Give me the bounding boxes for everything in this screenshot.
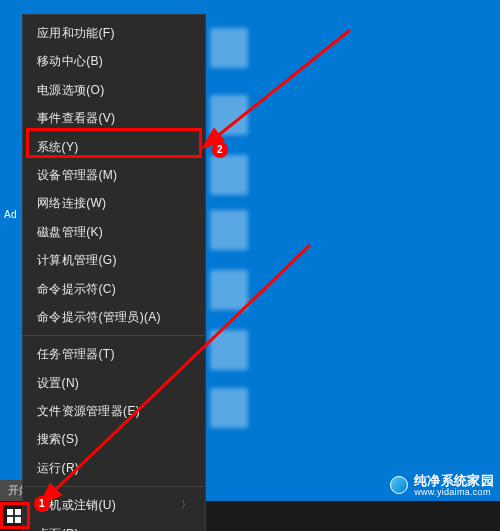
menu-item-command-prompt-admin[interactable]: 命令提示符(管理员)(A) [23, 303, 205, 331]
menu-item-apps-features[interactable]: 应用和功能(F) [23, 19, 205, 47]
menu-item-label: 计算机管理(G) [37, 253, 117, 267]
watermark-title: 纯净系统家园 [414, 474, 494, 488]
desktop-icon[interactable] [210, 330, 248, 370]
chevron-right-icon: 〉 [181, 499, 191, 511]
menu-item-label: 应用和功能(F) [37, 26, 115, 40]
menu-item-system[interactable]: 系统(Y) [23, 133, 205, 161]
menu-item-label: 网络连接(W) [37, 196, 106, 210]
menu-item-label: 设备管理器(M) [37, 168, 117, 182]
menu-item-label: 任务管理器(T) [37, 347, 115, 361]
menu-item-disk-management[interactable]: 磁盘管理(K) [23, 218, 205, 246]
menu-item-label: 磁盘管理(K) [37, 225, 103, 239]
desktop-icon[interactable] [210, 270, 248, 310]
menu-item-file-explorer[interactable]: 文件资源管理器(E) [23, 397, 205, 425]
watermark: 纯净系统家园 www.yidaima.com [390, 474, 494, 497]
winx-context-menu: 应用和功能(F) 移动中心(B) 电源选项(O) 事件查看器(V) 系统(Y) … [22, 14, 206, 531]
menu-item-label: 运行(R) [37, 461, 79, 475]
menu-item-mobility-center[interactable]: 移动中心(B) [23, 47, 205, 75]
menu-separator [23, 486, 205, 487]
menu-item-label: 桌面(D) [37, 527, 79, 531]
menu-item-label: 电源选项(O) [37, 83, 104, 97]
menu-item-run[interactable]: 运行(R) [23, 454, 205, 482]
menu-item-command-prompt[interactable]: 命令提示符(C) [23, 275, 205, 303]
watermark-url: www.yidaima.com [414, 488, 494, 497]
menu-item-search[interactable]: 搜索(S) [23, 425, 205, 453]
menu-item-label: 命令提示符(管理员)(A) [37, 310, 161, 324]
annotation-badge-1: 1 [34, 496, 50, 512]
menu-item-label: 搜索(S) [37, 432, 79, 446]
menu-item-label: 命令提示符(C) [37, 282, 116, 296]
menu-item-label: 事件查看器(V) [37, 111, 115, 125]
menu-item-label: 系统(Y) [37, 140, 79, 154]
svg-rect-4 [7, 517, 13, 523]
watermark-logo-icon [390, 476, 408, 494]
menu-item-label: 移动中心(B) [37, 54, 103, 68]
desktop-icon[interactable] [210, 155, 248, 195]
svg-rect-2 [7, 509, 13, 515]
watermark-text: 纯净系统家园 www.yidaima.com [414, 474, 494, 497]
svg-rect-5 [15, 517, 21, 523]
menu-item-network-connections[interactable]: 网络连接(W) [23, 189, 205, 217]
menu-item-settings[interactable]: 设置(N) [23, 369, 205, 397]
menu-item-label: 设置(N) [37, 376, 79, 390]
desktop-icon[interactable] [210, 388, 248, 428]
menu-item-label: 文件资源管理器(E) [37, 404, 140, 418]
menu-separator [23, 335, 205, 336]
desktop-icon-label: Ad [4, 209, 17, 220]
desktop-icon[interactable] [210, 28, 248, 68]
menu-item-power-options[interactable]: 电源选项(O) [23, 76, 205, 104]
annotation-badge-2: 2 [212, 142, 228, 158]
menu-item-device-manager[interactable]: 设备管理器(M) [23, 161, 205, 189]
desktop-icon[interactable] [210, 210, 248, 250]
menu-item-event-viewer[interactable]: 事件查看器(V) [23, 104, 205, 132]
menu-item-computer-management[interactable]: 计算机管理(G) [23, 246, 205, 274]
svg-rect-3 [15, 509, 21, 515]
menu-item-shutdown-signout[interactable]: 关机或注销(U) 〉 [23, 491, 205, 519]
desktop-icon[interactable] [210, 95, 248, 135]
windows-icon [7, 509, 21, 523]
menu-item-task-manager[interactable]: 任务管理器(T) [23, 340, 205, 368]
menu-item-desktop[interactable]: 桌面(D) [23, 520, 205, 531]
